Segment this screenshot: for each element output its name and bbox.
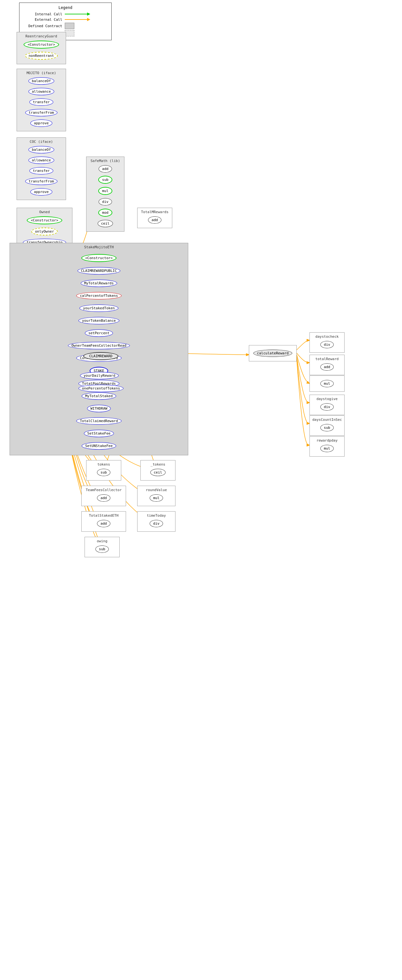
owing-title: owing: [87, 539, 117, 543]
sm-ownerteamfees-node[interactable]: OwnerTeamFeesCollectorRead: [68, 342, 130, 349]
sm-claimreward-node[interactable]: CLAIMREWARD: [83, 352, 119, 360]
totalstaked-add-node[interactable]: add: [97, 520, 111, 527]
legend-undefined-box: [65, 30, 74, 37]
safemath-title: SafeMath (lib): [89, 159, 122, 163]
timetoday-div-node[interactable]: div: [150, 520, 163, 527]
rewardpday-mul-node[interactable]: mul: [320, 445, 334, 452]
stakemojito-box: StakeMojitoETH <Constructor> CLAIMREWARD…: [9, 243, 188, 455]
sm-mytotalstaked-node[interactable]: MyTotalStaked: [82, 392, 116, 400]
tokens-sub-node[interactable]: sub: [97, 469, 111, 476]
safemath-div-node[interactable]: div: [98, 198, 112, 205]
totalm-rewards-box: TotalMRewards add: [137, 208, 172, 228]
roundvalue-mul-node[interactable]: mul: [150, 494, 163, 502]
non-reentrant-node[interactable]: nonReentrant: [25, 52, 58, 60]
safemath-add-node[interactable]: add: [98, 165, 112, 173]
legend-internal-call: Internal Call: [23, 12, 108, 16]
totalstaked-title: TotalStakedETH: [84, 514, 123, 518]
mul1-box: mul: [309, 375, 345, 392]
legend-internal-label: Internal Call: [23, 12, 65, 16]
owned-constructor-node[interactable]: <Constructor>: [27, 216, 62, 224]
mul1-node[interactable]: mul: [320, 380, 334, 387]
tokens-title: tokens: [89, 462, 119, 466]
mojito-approve-node[interactable]: approve: [30, 119, 52, 127]
tokens-alt-title: _tokens: [143, 462, 173, 466]
stakemojito-title: StakeMojitoETH: [13, 245, 185, 249]
totalreward-add-node[interactable]: add: [320, 363, 334, 371]
mojito-title: MOJITO (iface): [19, 71, 63, 75]
totalm-add-node[interactable]: add: [148, 216, 161, 224]
roundvalue-box: roundValue mul: [137, 486, 176, 506]
tokens-alt-ceil-node[interactable]: ceil: [150, 469, 166, 476]
teamfees-title: TeamFeesCollector: [84, 488, 123, 492]
dayscountinsec-sub-node[interactable]: sub: [320, 424, 334, 431]
sm-claimrewardpublic-node[interactable]: CLAIMREWARDPUBLIC: [78, 267, 120, 274]
daystocheck-title: daystocheck: [312, 334, 342, 339]
reentrancy-guard-title: ReentrancyGuard: [19, 34, 63, 38]
daystocheck-box: daystocheck div: [309, 332, 345, 353]
daystogive-div-node[interactable]: div: [320, 403, 334, 410]
safemath-mod-node[interactable]: mod: [98, 208, 112, 216]
coc-approve-node[interactable]: approve: [30, 188, 52, 196]
timetoday-box: timeToday div: [137, 511, 176, 532]
teamfees-box: TeamFeesCollector add: [81, 486, 126, 506]
owing-sub-node[interactable]: sub: [95, 546, 109, 553]
totalm-title: TotalMRewards: [140, 210, 169, 214]
reentrancy-guard-box: ReentrancyGuard <Constructor> nonReentra…: [17, 32, 66, 64]
dayscountinsec-title: daysCountInSec: [312, 418, 342, 422]
sm-setstakefee-node[interactable]: SetStakeFee: [84, 430, 114, 437]
teamfees-add-node[interactable]: add: [97, 494, 111, 502]
mojito-transferfrom-node[interactable]: transferFrom: [25, 109, 57, 116]
safemath-mul-node[interactable]: mul: [98, 187, 112, 195]
coc-allowance-node[interactable]: allowance: [28, 157, 55, 164]
legend-defined-label: Defined Contract: [23, 24, 65, 28]
coc-title: COC (iface): [19, 140, 63, 144]
coc-transfer-node[interactable]: transfer: [29, 167, 53, 175]
owned-onlyowner-node[interactable]: onlyOwner: [31, 228, 58, 235]
legend-defined-box: [65, 23, 74, 29]
sm-yourstakedtoken-node[interactable]: yourStakedToken: [79, 304, 118, 312]
daystocheck-div-node[interactable]: div: [320, 341, 334, 348]
tokens-box: tokens sub: [86, 460, 121, 480]
daystogive-box: daystogive div: [309, 395, 345, 415]
calculatereward-node[interactable]: calculateReward: [253, 350, 292, 357]
legend-defined-contract: Defined Contract: [23, 23, 108, 29]
sm-totalclaimedreward-node[interactable]: TotalClaimedReward: [76, 417, 121, 425]
sm-constructor-node[interactable]: <Constructor>: [81, 254, 116, 262]
sm-yourtokenbalance-node[interactable]: yourTokenBalance: [79, 317, 119, 325]
totalreward-box: totalReward add: [309, 355, 345, 375]
sm-calpercentoftokens-node[interactable]: calPercentofTokens: [76, 292, 121, 299]
timetoday-title: timeToday: [140, 514, 173, 518]
sm-mytotalrewards-node[interactable]: MyTotalRewards: [81, 280, 117, 287]
owned-title: Owned: [19, 210, 70, 214]
calculatereward-box: calculateReward: [249, 345, 297, 361]
totalreward-title: totalReward: [312, 357, 342, 361]
rewardpday-box: rewardpday mul: [309, 436, 345, 457]
reentrancy-constructor-node[interactable]: <Constructor>: [24, 41, 59, 49]
daystogive-title: daystogive: [312, 397, 342, 401]
totalstaked-box: TotalStakedETH add: [81, 511, 126, 532]
mojito-balanceof-node[interactable]: balanceOf: [28, 77, 55, 85]
coc-box: COC (iface) balanceOf allowance transfer…: [17, 137, 66, 200]
legend-external-label: External Call: [23, 18, 65, 22]
safemath-box: SafeMath (lib) add sub mul div mod ceil: [86, 157, 124, 232]
safemath-sub-node[interactable]: sub: [98, 176, 112, 184]
mojito-box: MOJITO (iface) balanceOf allowance trans…: [17, 69, 66, 131]
tokens-alt-box: _tokens ceil: [140, 460, 176, 480]
sm-yourdailyreward-node[interactable]: yourDailyReward: [80, 372, 119, 379]
coc-transferfrom-node[interactable]: transferFrom: [25, 178, 57, 185]
rewardpday-title: rewardpday: [312, 438, 342, 442]
mojito-allowance-node[interactable]: allowance: [28, 88, 55, 95]
legend-title: Legend: [23, 5, 108, 10]
sm-setpercent-node[interactable]: setPercent: [85, 329, 113, 337]
legend-external-call: External Call: [23, 17, 108, 22]
coc-balanceof-node[interactable]: balanceOf: [28, 146, 55, 153]
sm-setunstakefee-node[interactable]: SetUNStakeFee: [82, 442, 116, 450]
owing-box: owing sub: [85, 537, 120, 557]
mojito-transfer-node[interactable]: transfer: [29, 99, 53, 106]
safemath-ceil-node[interactable]: ceil: [98, 220, 113, 227]
sm-withdraw-node[interactable]: WITHDRAW: [87, 405, 111, 412]
sm-onepercentoftokens-node[interactable]: onePercentofTokens: [79, 385, 123, 392]
dayscountinsec-box: daysCountInSec sub: [309, 415, 345, 436]
roundvalue-title: roundValue: [140, 488, 173, 492]
